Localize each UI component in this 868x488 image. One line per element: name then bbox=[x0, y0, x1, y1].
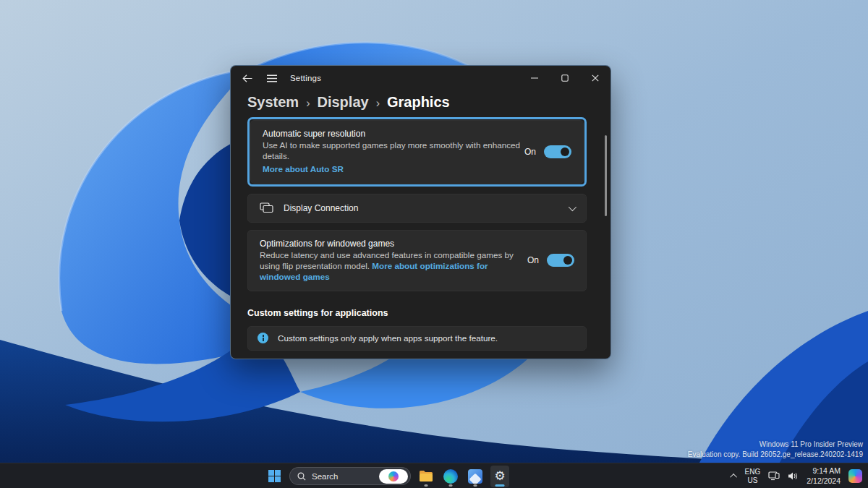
settings-page-content: System › Display › Graphics Automatic su… bbox=[231, 90, 610, 359]
caption-controls bbox=[519, 66, 610, 90]
system-tray: ENG US 9:14 AM 2/12/2024 bbox=[732, 463, 862, 488]
language-indicator[interactable]: ENG US bbox=[745, 468, 761, 485]
edge-button[interactable] bbox=[441, 466, 460, 487]
language-line1: ENG bbox=[745, 468, 761, 476]
tray-time: 9:14 AM bbox=[812, 466, 841, 475]
watermark-line2: Evaluation copy. Build 26052.ge_release.… bbox=[688, 450, 863, 460]
copilot-tray-button[interactable] bbox=[848, 469, 862, 483]
photos-button[interactable] bbox=[466, 466, 485, 487]
toggle-knob bbox=[563, 256, 572, 265]
chevron-up-icon bbox=[730, 474, 737, 481]
settings-button[interactable]: ⚙ bbox=[490, 466, 509, 487]
auto-sr-learn-more-link[interactable]: More about Auto SR bbox=[263, 164, 344, 174]
breadcrumb: System › Display › Graphics bbox=[247, 94, 587, 111]
active-running-indicator bbox=[495, 484, 505, 487]
windowed-games-toggle-group: On bbox=[527, 254, 574, 267]
window-titlebar: Settings bbox=[231, 66, 610, 90]
windowed-games-setting-card: Optimizations for windowed games Reduce … bbox=[247, 230, 587, 291]
auto-sr-highlight-outline: Automatic super resolution Use AI to mak… bbox=[247, 117, 587, 187]
insider-watermark: Windows 11 Pro Insider Preview Evaluatio… bbox=[688, 440, 863, 460]
photos-icon bbox=[468, 469, 482, 484]
tray-date: 2/12/2024 bbox=[807, 476, 841, 485]
display-connection-icon bbox=[260, 202, 273, 213]
taskbar: Search ⚙ ENG bbox=[0, 463, 868, 488]
back-button[interactable] bbox=[241, 72, 254, 85]
running-indicator bbox=[474, 484, 477, 487]
window-scrollbar[interactable] bbox=[605, 135, 607, 216]
windowed-games-toggle-state: On bbox=[527, 255, 539, 265]
navigation-menu-icon[interactable] bbox=[265, 72, 278, 85]
file-explorer-icon bbox=[419, 470, 433, 482]
network-icon bbox=[768, 471, 780, 481]
maximize-button[interactable] bbox=[550, 66, 580, 90]
copilot-icon bbox=[388, 471, 399, 481]
auto-sr-text: Automatic super resolution Use AI to mak… bbox=[263, 129, 524, 175]
custom-settings-heading: Custom settings for applications bbox=[247, 308, 587, 318]
settings-window: Settings System › Display › Graphics bbox=[230, 65, 611, 359]
edge-icon bbox=[443, 469, 458, 484]
toggle-knob bbox=[561, 147, 569, 156]
app-title: Settings bbox=[290, 74, 321, 82]
running-indicator bbox=[449, 484, 453, 487]
speaker-icon bbox=[788, 471, 799, 481]
language-line2: US bbox=[747, 476, 757, 484]
auto-sr-title: Automatic super resolution bbox=[263, 129, 524, 139]
file-explorer-button[interactable] bbox=[417, 466, 435, 487]
chevron-down-icon bbox=[569, 203, 576, 211]
taskbar-center: Search ⚙ bbox=[265, 463, 509, 488]
clock[interactable]: 9:14 AM 2/12/2024 bbox=[807, 466, 841, 486]
display-connection-expander[interactable]: Display Connection bbox=[247, 194, 587, 223]
display-connection-label: Display Connection bbox=[284, 203, 569, 213]
volume-button[interactable] bbox=[788, 471, 799, 481]
auto-sr-toggle-group: On bbox=[524, 145, 571, 158]
windowed-games-text: Optimizations for windowed games Reduce … bbox=[260, 239, 527, 283]
copilot-button[interactable] bbox=[379, 469, 408, 484]
auto-sr-toggle-state: On bbox=[524, 147, 536, 157]
copilot-icon bbox=[848, 469, 862, 483]
taskbar-search-label: Search bbox=[312, 472, 373, 481]
settings-gear-icon: ⚙ bbox=[494, 470, 505, 482]
custom-settings-infobar: Custom settings only apply when apps sup… bbox=[247, 326, 587, 351]
page-title: Graphics bbox=[387, 94, 450, 111]
watermark-line1: Windows 11 Pro Insider Preview bbox=[688, 440, 863, 450]
auto-sr-description: Use AI to make supported games play more… bbox=[263, 140, 524, 162]
taskbar-search-box[interactable]: Search bbox=[289, 467, 411, 485]
breadcrumb-separator-icon: › bbox=[376, 95, 380, 110]
auto-sr-toggle[interactable] bbox=[544, 145, 571, 158]
breadcrumb-display[interactable]: Display bbox=[317, 94, 368, 111]
windows-logo-icon bbox=[268, 470, 281, 482]
search-icon bbox=[297, 472, 306, 481]
auto-sr-setting-card: Automatic super resolution Use AI to mak… bbox=[250, 120, 584, 184]
close-button[interactable] bbox=[580, 66, 610, 90]
windowed-games-title: Optimizations for windowed games bbox=[260, 239, 527, 249]
info-icon bbox=[258, 333, 268, 343]
minimize-button[interactable] bbox=[519, 66, 550, 90]
network-button[interactable] bbox=[768, 471, 780, 481]
tray-overflow-chevron[interactable] bbox=[732, 474, 737, 479]
running-indicator bbox=[425, 484, 428, 487]
infobar-message: Custom settings only apply when apps sup… bbox=[278, 333, 498, 343]
windowed-games-description: Reduce latency and use advanced features… bbox=[260, 250, 527, 283]
start-button[interactable] bbox=[265, 466, 284, 487]
breadcrumb-separator-icon: › bbox=[306, 95, 310, 110]
windowed-games-toggle[interactable] bbox=[547, 254, 574, 267]
breadcrumb-system[interactable]: System bbox=[247, 94, 299, 111]
